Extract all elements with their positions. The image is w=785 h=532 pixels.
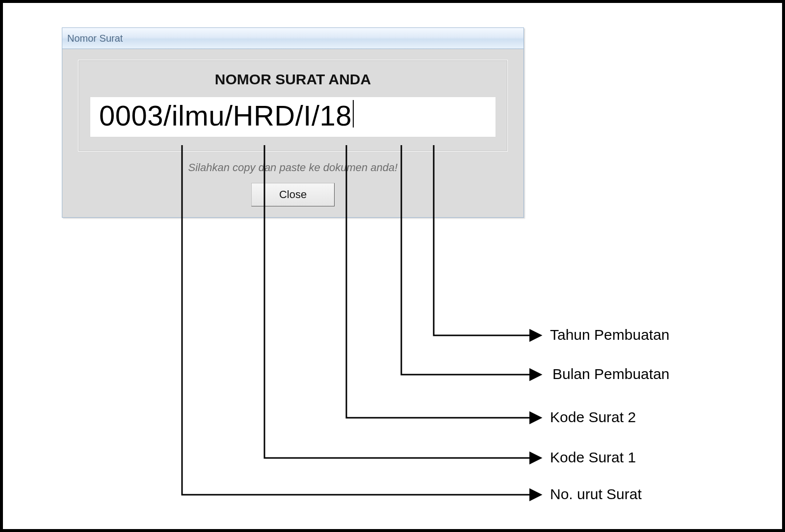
hint-text: Silahkan copy dan paste ke dokumen anda! — [62, 161, 523, 174]
nomor-surat-dialog: Nomor Surat NOMOR SURAT ANDA 0003/ilmu/H… — [62, 27, 524, 218]
diagram-page: Nomor Surat NOMOR SURAT ANDA 0003/ilmu/H… — [0, 0, 785, 532]
reference-number-text: 0003/ilmu/HRD/I/18 — [99, 100, 352, 131]
dialog-title[interactable]: Nomor Surat — [62, 28, 523, 49]
annotation-kode1: Kode Surat 1 — [550, 449, 636, 466]
annotation-tahun: Tahun Pembuatan — [550, 327, 670, 343]
annotation-nourut: No. urut Surat — [550, 486, 642, 503]
group-box: NOMOR SURAT ANDA 0003/ilmu/HRD/I/18 — [78, 60, 508, 152]
close-button[interactable]: Close — [251, 183, 335, 206]
dialog-heading: NOMOR SURAT ANDA — [87, 71, 498, 88]
reference-number-field[interactable]: 0003/ilmu/HRD/I/18 — [90, 97, 496, 137]
text-cursor — [353, 100, 354, 127]
annotation-kode2: Kode Surat 2 — [550, 409, 636, 426]
annotation-bulan: Bulan Pembuatan — [552, 366, 670, 382]
